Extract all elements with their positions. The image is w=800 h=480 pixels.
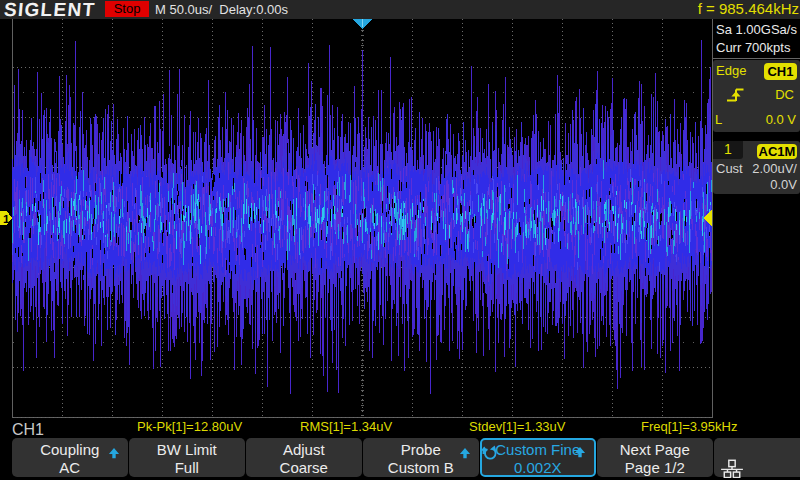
svg-text:1: 1 [3, 213, 10, 225]
